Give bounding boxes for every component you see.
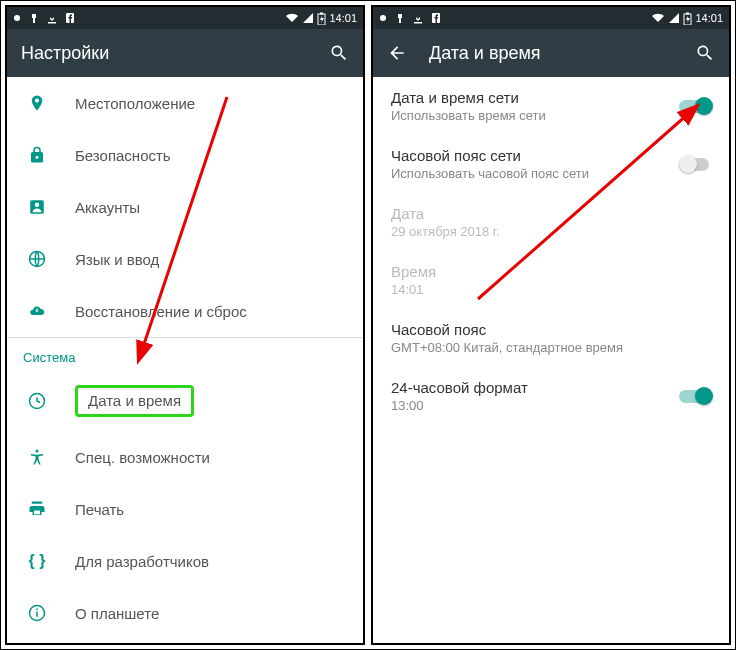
- key-icon: [395, 12, 405, 24]
- status-time: 14:01: [329, 12, 357, 24]
- item-label: Язык и ввод: [75, 251, 159, 268]
- signal-icon: [302, 12, 314, 24]
- row-network-time[interactable]: Дата и время сети Использовать время сет…: [373, 77, 729, 135]
- row-network-tz[interactable]: Часовой пояс сети Использовать часовой п…: [373, 135, 729, 193]
- row-sub: Использовать часовой пояс сети: [391, 166, 711, 181]
- item-label: О планшете: [75, 605, 159, 622]
- accessibility-icon: [23, 447, 51, 467]
- row-title: Время: [391, 263, 711, 280]
- print-icon: [23, 500, 51, 518]
- battery-icon: [317, 12, 326, 25]
- row-tz[interactable]: Часовой пояс GMT+08:00 Китай, стандартно…: [373, 309, 729, 367]
- signal-icon: [668, 12, 680, 24]
- datetime-settings: Дата и время сети Использовать время сет…: [373, 77, 729, 643]
- item-dev[interactable]: { } Для разработчиков: [7, 535, 363, 587]
- item-label: Дата и время: [88, 392, 181, 409]
- svg-rect-1: [32, 14, 36, 18]
- row-sub: 29 октября 2018 г.: [391, 224, 711, 239]
- svg-rect-19: [414, 22, 422, 24]
- globe-icon: [23, 250, 51, 268]
- toggle-network-tz[interactable]: [679, 155, 713, 173]
- row-sub: Использовать время сети: [391, 108, 711, 123]
- wifi-icon: [285, 12, 299, 24]
- svg-rect-22: [686, 12, 689, 14]
- item-accessibility[interactable]: Спец. возможности: [7, 431, 363, 483]
- search-icon[interactable]: [329, 43, 349, 63]
- status-time: 14:01: [695, 12, 723, 24]
- svg-point-16: [380, 15, 386, 21]
- row-sub: GMT+08:00 Китай, стандартное время: [391, 340, 711, 355]
- phone-left: 14:01 Настройки Местоположение Безопасно…: [5, 5, 365, 645]
- facebook-icon: [65, 12, 75, 24]
- item-label: Аккаунты: [75, 199, 140, 216]
- back-button[interactable]: [387, 43, 407, 63]
- item-security[interactable]: Безопасность: [7, 129, 363, 181]
- row-24h[interactable]: 24-часовой формат 13:00: [373, 367, 729, 425]
- battery-icon: [683, 12, 692, 25]
- clock-icon: [23, 392, 51, 410]
- svg-rect-2: [33, 18, 35, 23]
- row-title: 24-часовой формат: [391, 379, 711, 396]
- location-icon: [23, 92, 51, 114]
- app-title: Дата и время: [429, 43, 541, 64]
- svg-rect-3: [48, 22, 56, 24]
- row-title: Дата: [391, 205, 711, 222]
- item-label: Безопасность: [75, 147, 171, 164]
- item-label: Спец. возможности: [75, 449, 210, 466]
- wifi-icon: [651, 12, 665, 24]
- settings-list: Местоположение Безопасность Аккаунты Язы…: [7, 77, 363, 643]
- item-accounts[interactable]: Аккаунты: [7, 181, 363, 233]
- lock-icon: [23, 145, 51, 165]
- bullet-icon: [13, 12, 21, 24]
- item-datetime[interactable]: Дата и время: [7, 371, 363, 431]
- svg-rect-14: [36, 609, 38, 611]
- key-icon: [29, 12, 39, 24]
- item-label: Местоположение: [75, 95, 195, 112]
- app-bar: Дата и время: [373, 29, 729, 77]
- phone-right: 14:01 Дата и время Дата и время сети Исп…: [371, 5, 731, 645]
- toggle-24h[interactable]: [679, 387, 713, 405]
- download-icon: [413, 12, 423, 24]
- svg-rect-17: [398, 14, 402, 18]
- status-bar: 14:01: [373, 7, 729, 29]
- cloud-icon: [23, 303, 51, 319]
- row-title: Часовой пояс: [391, 321, 711, 338]
- svg-rect-6: [320, 12, 323, 14]
- item-language[interactable]: Язык и ввод: [7, 233, 363, 285]
- item-location[interactable]: Местоположение: [7, 77, 363, 129]
- section-system: Система: [7, 337, 363, 371]
- item-label: Печать: [75, 501, 124, 518]
- item-label: Для разработчиков: [75, 553, 209, 570]
- app-bar: Настройки: [7, 29, 363, 77]
- row-sub: 14:01: [391, 282, 711, 297]
- info-icon: [23, 604, 51, 622]
- download-icon: [47, 12, 57, 24]
- item-label: Восстановление и сброс: [75, 303, 247, 320]
- row-title: Часовой пояс сети: [391, 147, 711, 164]
- item-print[interactable]: Печать: [7, 483, 363, 535]
- row-sub: 13:00: [391, 398, 711, 413]
- svg-point-11: [36, 450, 39, 453]
- row-date: Дата 29 октября 2018 г.: [373, 193, 729, 251]
- svg-point-8: [35, 203, 40, 208]
- svg-rect-18: [399, 18, 401, 23]
- bullet-icon: [379, 12, 387, 24]
- status-bar: 14:01: [7, 7, 363, 29]
- item-backup[interactable]: Восстановление и сброс: [7, 285, 363, 337]
- highlight-datetime: Дата и время: [75, 385, 194, 417]
- item-about[interactable]: О планшете: [7, 587, 363, 639]
- svg-point-0: [14, 15, 20, 21]
- svg-rect-13: [36, 612, 38, 617]
- person-icon: [23, 197, 51, 217]
- row-title: Дата и время сети: [391, 89, 711, 106]
- toggle-network-time[interactable]: [679, 97, 713, 115]
- search-icon[interactable]: [695, 43, 715, 63]
- app-title: Настройки: [21, 43, 109, 64]
- row-time: Время 14:01: [373, 251, 729, 309]
- braces-icon: { }: [23, 552, 51, 570]
- facebook-icon: [431, 12, 441, 24]
